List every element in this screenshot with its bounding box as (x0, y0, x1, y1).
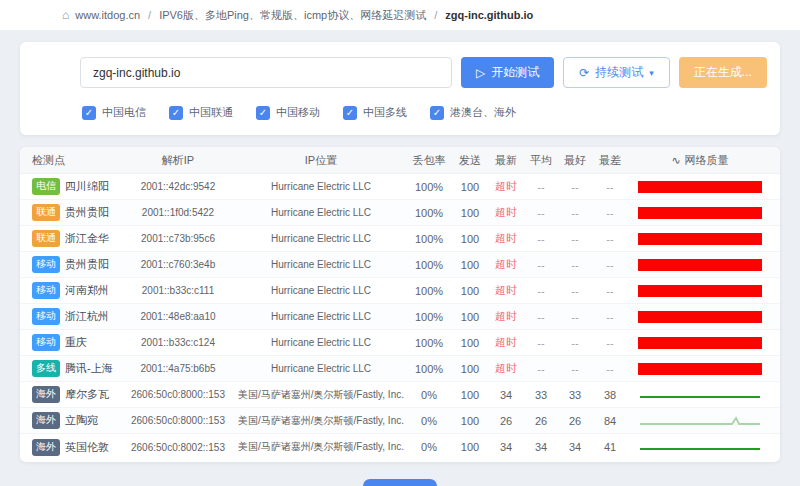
worst-latency: -- (592, 259, 628, 271)
avg-latency: -- (524, 259, 558, 271)
chevron-down-icon: ▾ (649, 68, 654, 78)
start-test-label: 开始测试 (491, 64, 539, 81)
network-quality-icon: ∿ (671, 154, 680, 166)
carrier-checkbox[interactable]: ✓ 中国电信 (82, 105, 146, 120)
table-row: 联通 浙江金华 2001::c73b:95c6 Hurricane Electr… (20, 226, 780, 252)
home-icon: ⌂ (62, 8, 69, 22)
carrier-checkbox[interactable]: ✓ 中国移动 (256, 105, 320, 120)
ip-location: Hurricane Electric LLC (236, 207, 406, 218)
resolved-ip: 2606:50c0:8000::153 (120, 415, 236, 426)
table-row: 海外 立陶宛 2606:50c0:8000::153 美国/马萨诸塞州/奥尔斯顿… (20, 408, 780, 434)
quality-red-bar (638, 285, 762, 297)
checkbox-checked-icon: ✓ (256, 106, 270, 120)
breadcrumb-site[interactable]: www.itdog.cn (75, 9, 140, 21)
column-header: 最差 (592, 153, 628, 168)
best-latency: -- (558, 337, 592, 349)
carrier-checkbox-group: ✓ 中国电信 ✓ 中国联通 ✓ 中国移动 ✓ 中国多线 ✓ 港澳台、海外 (82, 105, 516, 120)
carrier-badge: 联通 (32, 230, 60, 247)
continuous-test-button[interactable]: ⟳ 持续测试 ▾ (563, 57, 670, 88)
column-header: 平均 (524, 153, 558, 168)
carrier-badge: 海外 (32, 412, 60, 429)
latest-latency: 超时 (488, 335, 524, 350)
resolved-ip: 2001::b33c:c111 (120, 285, 236, 296)
latest-latency: 26 (488, 415, 524, 427)
best-latency: 26 (558, 415, 592, 427)
sent-count: 100 (452, 181, 488, 193)
node-name: 贵州贵阳 (65, 205, 109, 220)
column-header: 检测点 (28, 153, 120, 168)
checkbox-label: 中国电信 (102, 105, 146, 120)
table-row: 海外 摩尔多瓦 2606:50c0:8000::153 美国/马萨诸塞州/奥尔斯… (20, 382, 780, 408)
generating-button[interactable]: 正在生成... (679, 57, 767, 88)
table-row: 移动 贵州贵阳 2001::c760:3e4b Hurricane Electr… (20, 252, 780, 278)
ip-location: Hurricane Electric LLC (236, 363, 406, 374)
packet-loss: 100% (406, 207, 452, 219)
best-latency: -- (558, 285, 592, 297)
ip-location: 美国/马萨诸塞州/奥尔斯顿/Fastly, Inc. (236, 440, 406, 454)
ip-location: 美国/马萨诸塞州/奥尔斯顿/Fastly, Inc. (236, 414, 406, 428)
node-name: 浙江杭州 (65, 309, 109, 324)
best-latency: -- (558, 233, 592, 245)
worst-latency: -- (592, 311, 628, 323)
table-row: 海外 英国伦敦 2606:50c0:8002::153 美国/马萨诸塞州/奥尔斯… (20, 434, 780, 460)
worst-latency: -- (592, 285, 628, 297)
avg-latency: 33 (524, 389, 558, 401)
sent-count: 100 (452, 415, 488, 427)
resolved-ip: 2001::b33c:c124 (120, 337, 236, 348)
avg-latency: -- (524, 285, 558, 297)
quality-red-bar (638, 311, 762, 323)
start-test-button[interactable]: ▷ 开始测试 (461, 57, 554, 88)
table-row: 多线 腾讯-上海 2001::4a75:b6b5 Hurricane Elect… (20, 356, 780, 382)
packet-loss: 100% (406, 259, 452, 271)
worst-latency: 41 (592, 441, 628, 453)
table-header-row: 检测点解析IPIP位置丢包率发送最新平均最好最差∿网络质量 (20, 147, 780, 174)
sent-count: 100 (452, 285, 488, 297)
network-quality-cell (628, 259, 772, 271)
latest-latency: 超时 (488, 361, 524, 376)
ip-location: Hurricane Electric LLC (236, 285, 406, 296)
quality-sparkline (638, 441, 762, 453)
resolved-ip: 2001::1f0d:5422 (120, 207, 236, 218)
packet-loss: 100% (406, 363, 452, 375)
sent-count: 100 (452, 441, 488, 453)
checkbox-label: 港澳台、海外 (450, 105, 516, 120)
generating-label: 正在生成... (694, 64, 752, 81)
table-row: 移动 河南郑州 2001::b33c:c111 Hurricane Electr… (20, 278, 780, 304)
packet-loss: 100% (406, 337, 452, 349)
ip-location: Hurricane Electric LLC (236, 259, 406, 270)
carrier-badge: 海外 (32, 386, 60, 403)
worst-latency: -- (592, 207, 628, 219)
carrier-badge: 电信 (32, 178, 60, 195)
carrier-badge: 多线 (32, 360, 60, 377)
carrier-checkbox[interactable]: ✓ 中国联通 (169, 105, 233, 120)
network-quality-cell (628, 285, 772, 297)
worst-latency: -- (592, 181, 628, 193)
carrier-checkbox[interactable]: ✓ 港澳台、海外 (430, 105, 516, 120)
host-input[interactable] (80, 57, 452, 88)
network-quality-cell (628, 441, 772, 453)
worst-latency: 84 (592, 415, 628, 427)
worst-latency: -- (592, 337, 628, 349)
column-header: 最好 (558, 153, 592, 168)
packet-loss: 100% (406, 233, 452, 245)
bottom-floating-button[interactable] (363, 479, 437, 486)
breadcrumb-separator: / (434, 9, 437, 21)
carrier-checkbox[interactable]: ✓ 中国多线 (343, 105, 407, 120)
best-latency: -- (558, 207, 592, 219)
sent-count: 100 (452, 233, 488, 245)
carrier-badge: 移动 (32, 334, 60, 351)
node-name: 腾讯-上海 (65, 361, 113, 376)
network-quality-cell (628, 337, 772, 349)
latest-latency: 超时 (488, 283, 524, 298)
quality-red-bar (638, 233, 762, 245)
refresh-icon: ⟳ (579, 66, 589, 80)
carrier-badge: 移动 (32, 256, 60, 273)
avg-latency: 26 (524, 415, 558, 427)
packet-loss: 100% (406, 311, 452, 323)
sent-count: 100 (452, 259, 488, 271)
quality-red-bar (638, 363, 762, 375)
best-latency: -- (558, 181, 592, 193)
worst-latency: -- (592, 233, 628, 245)
node-name: 英国伦敦 (65, 440, 109, 455)
node-name: 立陶宛 (65, 413, 98, 428)
